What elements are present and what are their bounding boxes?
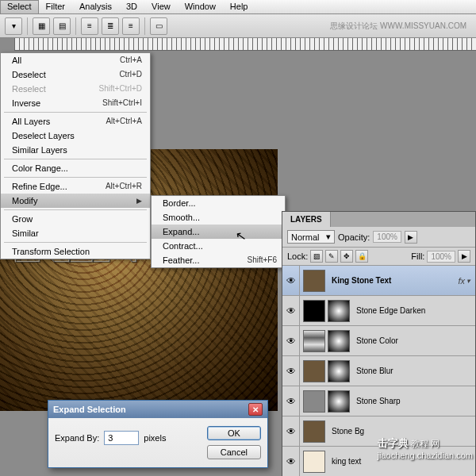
menuitem-similar-layers[interactable]: Similar Layers bbox=[1, 143, 150, 157]
opacity-label: Opacity: bbox=[338, 232, 370, 242]
dialog-title: Expand Selection bbox=[53, 405, 126, 414]
menuitem-deselect-layers[interactable]: Deselect Layers bbox=[1, 129, 150, 143]
layer-thumb[interactable] bbox=[328, 300, 350, 322]
menuitem-all-layers[interactable]: All LayersAlt+Ctrl+A bbox=[1, 114, 150, 129]
menu-select[interactable]: Select bbox=[0, 0, 39, 13]
select-menu-dropdown: AllCtrl+ADeselectCtrl+DReselectShift+Ctr… bbox=[0, 52, 151, 259]
lock-label: Lock: bbox=[287, 251, 308, 261]
fill-value[interactable]: 100% bbox=[427, 251, 455, 263]
toolbar-icon[interactable]: ▦ bbox=[33, 17, 50, 35]
pixels-label: pixels bbox=[144, 433, 166, 443]
menuitem-contract-[interactable]: Contract... bbox=[152, 239, 285, 253]
visibility-eye-icon[interactable]: 👁 bbox=[282, 266, 300, 295]
cancel-button[interactable]: Cancel bbox=[207, 445, 261, 459]
lock-position-icon[interactable]: ✥ bbox=[340, 250, 353, 263]
layer-name[interactable]: Stone Sharp bbox=[353, 397, 475, 405]
layer-row[interactable]: 👁Stone Blur bbox=[282, 356, 475, 386]
visibility-eye-icon[interactable]: 👁 bbox=[282, 296, 300, 325]
workspace: KING AllCtrl+ADeselectCtrl+DReselectShif… bbox=[0, 38, 476, 462]
menuitem-inverse[interactable]: InverseShift+Ctrl+I bbox=[1, 96, 150, 110]
menu-view[interactable]: View bbox=[144, 0, 178, 13]
chevron-down-icon: ▾ bbox=[326, 232, 331, 242]
menu-help[interactable]: Help bbox=[223, 0, 255, 13]
fill-label: Fill: bbox=[411, 251, 424, 261]
fill-slider-icon[interactable]: ▶ bbox=[458, 250, 470, 263]
layer-row[interactable]: 👁Stone Sharp bbox=[282, 386, 475, 416]
opacity-value[interactable]: 100% bbox=[373, 231, 401, 243]
visibility-eye-icon[interactable]: 👁 bbox=[282, 326, 300, 355]
layer-name[interactable]: Stone Bg bbox=[328, 427, 475, 436]
visibility-eye-icon[interactable]: 👁 bbox=[282, 356, 300, 386]
menuitem-refine-edge-[interactable]: Refine Edge...Alt+Ctrl+R bbox=[1, 179, 150, 194]
layer-thumb[interactable] bbox=[303, 420, 325, 443]
menu-window[interactable]: Window bbox=[178, 0, 223, 13]
menu-3d[interactable]: 3D bbox=[119, 0, 144, 13]
layer-thumb[interactable] bbox=[328, 360, 350, 382]
visibility-eye-icon[interactable]: 👁 bbox=[282, 416, 300, 446]
lock-transparent-icon[interactable]: ▨ bbox=[310, 250, 323, 263]
menuitem-all[interactable]: AllCtrl+A bbox=[1, 53, 150, 67]
menuitem-smooth-[interactable]: Smooth... bbox=[152, 210, 285, 225]
menuitem-reselect: ReselectShift+Ctrl+D bbox=[1, 82, 150, 96]
layer-row[interactable]: 👁Stone Color bbox=[282, 326, 475, 356]
toolbar-icon[interactable]: ▭ bbox=[150, 17, 167, 35]
menuitem-modify[interactable]: Modify▶ bbox=[1, 194, 150, 208]
layer-thumb[interactable] bbox=[328, 390, 350, 413]
toolbar-icon[interactable]: ▤ bbox=[53, 17, 71, 35]
lock-fill-row: Lock: ▨ ✎ ✥ 🔒 Fill: 100% ▶ bbox=[282, 248, 475, 266]
layer-thumb[interactable] bbox=[328, 330, 350, 352]
ruler-horizontal[interactable] bbox=[14, 38, 476, 51]
expand-by-input[interactable] bbox=[104, 431, 139, 445]
fx-badge[interactable]: fx ▾ bbox=[458, 276, 475, 286]
watermark-text: 思缘设计论坛 WWW.MISSYUAN.COM bbox=[330, 21, 471, 32]
ok-button[interactable]: OK bbox=[207, 426, 261, 440]
layer-thumb[interactable] bbox=[303, 451, 325, 473]
menuitem-deselect[interactable]: DeselectCtrl+D bbox=[1, 67, 150, 82]
lock-pixels-icon[interactable]: ✎ bbox=[325, 250, 338, 263]
modify-submenu-dropdown: Border...Smooth...Expand...Contract...Fe… bbox=[151, 195, 286, 268]
menuitem-feather-[interactable]: Feather...Shift+F6 bbox=[152, 253, 285, 267]
blend-mode-select[interactable]: Normal▾ bbox=[287, 230, 335, 244]
menu-filter[interactable]: Filter bbox=[39, 0, 72, 13]
menu-analysis[interactable]: Analysis bbox=[72, 0, 119, 13]
layer-thumb[interactable] bbox=[303, 360, 325, 382]
layer-thumb[interactable] bbox=[303, 390, 325, 413]
visibility-eye-icon[interactable]: 👁 bbox=[282, 386, 300, 416]
layer-thumb[interactable] bbox=[303, 300, 325, 322]
opacity-slider-icon[interactable]: ▶ bbox=[405, 231, 417, 244]
panel-tabs: LAYERS bbox=[282, 212, 475, 227]
menuitem-grow[interactable]: Grow bbox=[1, 212, 150, 226]
menubar: SelectFilterAnalysis3DViewWindowHelp bbox=[0, 0, 476, 14]
expand-by-label: Expand By: bbox=[55, 433, 99, 443]
toolbar-icon[interactable]: ≣ bbox=[102, 17, 119, 35]
lock-all-icon[interactable]: 🔒 bbox=[355, 250, 368, 263]
tool-preset[interactable]: ▾ bbox=[5, 17, 22, 35]
menuitem-expand-[interactable]: Expand... bbox=[152, 225, 285, 239]
menuitem-border-[interactable]: Border... bbox=[152, 196, 285, 210]
toolbar-icon[interactable]: ≡ bbox=[122, 17, 140, 35]
menuitem-color-range-[interactable]: Color Range... bbox=[1, 161, 150, 175]
menuitem-transform-selection[interactable]: Transform Selection bbox=[1, 244, 150, 259]
layer-row[interactable]: 👁Stone Edge Darken bbox=[282, 296, 475, 326]
expand-selection-dialog: Expand Selection ✕ Expand By: pixels OK … bbox=[48, 400, 268, 468]
visibility-eye-icon[interactable]: 👁 bbox=[282, 447, 300, 476]
layer-name[interactable]: Stone Blur bbox=[353, 367, 475, 375]
layer-row[interactable]: 👁King Stone Textfx ▾ bbox=[282, 266, 475, 296]
layer-name[interactable]: King Stone Text bbox=[328, 276, 458, 285]
layer-thumb[interactable] bbox=[303, 270, 325, 292]
dialog-titlebar[interactable]: Expand Selection ✕ bbox=[48, 401, 267, 418]
menuitem-similar[interactable]: Similar bbox=[1, 226, 150, 240]
layer-name[interactable]: Stone Color bbox=[353, 336, 475, 345]
blend-opacity-row: Normal▾ Opacity: 100% ▶ bbox=[282, 227, 475, 248]
layer-name[interactable]: Stone Edge Darken bbox=[353, 306, 475, 315]
toolbar-icon[interactable]: ≡ bbox=[81, 17, 98, 35]
layers-tab[interactable]: LAYERS bbox=[282, 212, 331, 227]
close-icon[interactable]: ✕ bbox=[248, 403, 263, 416]
options-bar: ▾ ▦ ▤ ≡ ≣ ≡ ▭ 思缘设计论坛 WWW.MISSYUAN.COM bbox=[0, 14, 476, 38]
footer-watermark: 击字典 教程 网 jiaocheng.chazidian.com bbox=[378, 436, 473, 460]
layer-thumb[interactable] bbox=[303, 330, 325, 352]
